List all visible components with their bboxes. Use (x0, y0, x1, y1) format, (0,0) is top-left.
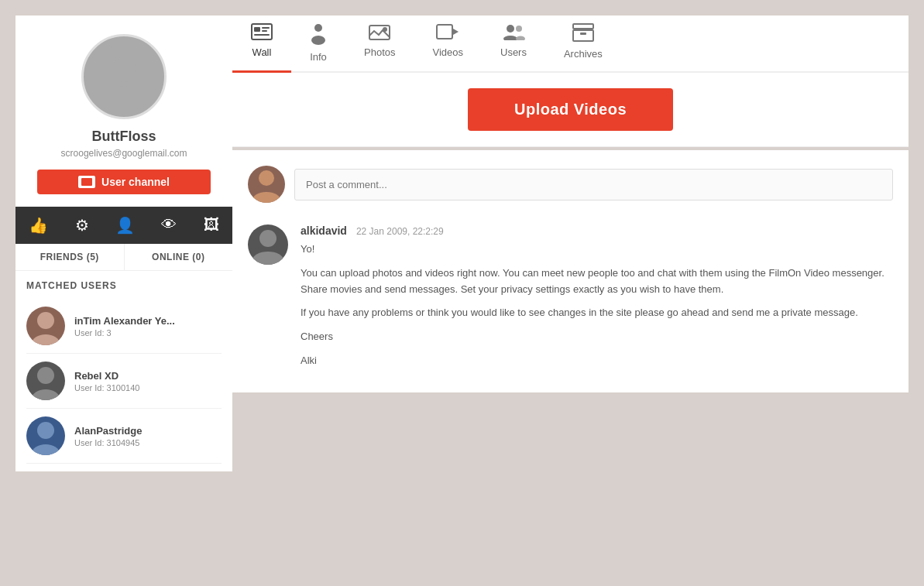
svg-point-16 (383, 27, 387, 32)
svg-point-27 (252, 192, 280, 203)
list-item[interactable]: Rebel XD User Id: 3100140 (26, 354, 222, 409)
online-tab[interactable]: ONLINE (0) (125, 244, 233, 270)
svg-point-6 (37, 422, 54, 439)
user-info: Rebel XD User Id: 3100140 (74, 370, 139, 392)
user-id: User Id: 3104945 (74, 438, 142, 447)
post-header: alkidavid 22 Jan 2009, 22:2:29 (301, 224, 893, 237)
friends-bar: FRIENDS (5) ONLINE (0) (15, 244, 232, 271)
avatar (81, 34, 167, 119)
tabs: Wall Info P (232, 15, 909, 73)
svg-point-0 (112, 58, 136, 83)
post-line-1: You can upload photos and videos right n… (301, 266, 893, 298)
matched-users-section: MATCHED USERS inTim Alexander Ye... User… (15, 271, 232, 464)
list-item[interactable]: AlanPastridge User Id: 3104945 (26, 409, 222, 464)
svg-point-22 (516, 36, 525, 41)
post-date: 22 Jan 2009, 22:2:29 (356, 226, 444, 237)
avatar (26, 307, 65, 345)
avatar (26, 416, 65, 455)
like-icon[interactable]: 👍 (22, 213, 54, 238)
tab-videos-label: Videos (432, 46, 463, 58)
user-name: Rebel XD (74, 370, 139, 382)
user-avatar-icon (26, 416, 65, 455)
user-id: User Id: 3 (74, 328, 175, 338)
videos-icon (436, 23, 459, 43)
users-icon (502, 23, 525, 43)
post-line-3: Cheers (301, 329, 893, 345)
tab-photos-label: Photos (364, 46, 395, 58)
tab-videos[interactable]: Videos (414, 15, 482, 73)
svg-rect-11 (262, 30, 267, 32)
info-icon (310, 23, 327, 48)
post-line-4: Alki (301, 353, 893, 369)
post-author-avatar (248, 224, 288, 265)
tab-users[interactable]: Users (482, 15, 545, 73)
user-id: User Id: 3100140 (74, 383, 139, 392)
user-avatar-icon (26, 307, 65, 345)
photos-icon (369, 23, 390, 43)
svg-marker-18 (453, 29, 459, 35)
tab-photos[interactable]: Photos (345, 15, 414, 73)
post: alkidavid 22 Jan 2009, 22:2:29 Yo! You c… (248, 224, 893, 377)
friends-tab[interactable]: FRIENDS (5) (15, 244, 125, 270)
commenter-avatar (248, 166, 285, 203)
settings-icon[interactable]: ⚙ (69, 213, 95, 238)
tab-info[interactable]: Info (291, 15, 345, 73)
sidebar: ButtFloss scroogelives@googlemail.com Us… (15, 15, 232, 471)
svg-rect-17 (437, 25, 452, 39)
svg-point-26 (259, 170, 274, 186)
svg-rect-23 (573, 24, 593, 29)
svg-point-29 (252, 252, 283, 265)
user-info: AlanPastridge User Id: 3104945 (74, 425, 142, 447)
main-content: Wall Info P (232, 15, 909, 392)
photo-icon[interactable]: 🖼 (198, 213, 225, 238)
svg-point-3 (32, 334, 60, 345)
svg-point-2 (37, 312, 54, 329)
svg-rect-24 (573, 30, 593, 41)
tab-wall-label: Wall (252, 46, 272, 58)
list-item[interactable]: inTim Alexander Ye... User Id: 3 (26, 299, 222, 354)
tab-info-label: Info (310, 51, 327, 63)
comment-input[interactable] (294, 169, 893, 200)
svg-point-5 (32, 389, 60, 400)
upload-videos-button[interactable]: Upload Videos (468, 88, 673, 131)
user-name: AlanPastridge (74, 425, 142, 437)
avatar (26, 362, 65, 400)
tab-archives[interactable]: Archives (545, 15, 621, 73)
wall-icon (251, 23, 273, 43)
svg-rect-9 (254, 27, 260, 32)
svg-rect-10 (262, 27, 270, 29)
user-email: scroogelives@googlemail.com (61, 148, 187, 159)
avatar-section: ButtFloss scroogelives@googlemail.com Us… (15, 15, 232, 207)
tab-wall[interactable]: Wall (232, 15, 291, 73)
user-avatar-icon (26, 362, 65, 400)
user-name: inTim Alexander Ye... (74, 315, 175, 327)
post-author: alkidavid (301, 224, 347, 237)
svg-point-1 (105, 86, 143, 104)
wall-section: alkidavid 22 Jan 2009, 22:2:29 Yo! You c… (232, 150, 909, 392)
post-line-2: If you have any problems or think you wo… (301, 305, 893, 321)
svg-rect-25 (580, 33, 586, 35)
upload-section: Upload Videos (232, 73, 909, 147)
tab-users-label: Users (500, 46, 527, 58)
action-bar: 👍 ⚙ 👤 👁 🖼 (15, 207, 232, 244)
tv-icon (78, 176, 95, 188)
comment-input-row (248, 166, 893, 203)
post-line-0: Yo! (301, 242, 893, 258)
user-channel-button[interactable]: User channel (37, 170, 210, 194)
add-friend-icon[interactable]: 👤 (109, 213, 141, 238)
tab-archives-label: Archives (564, 48, 603, 60)
post-content: alkidavid 22 Jan 2009, 22:2:29 Yo! You c… (301, 224, 893, 377)
svg-point-20 (503, 36, 517, 40)
svg-point-13 (314, 24, 322, 32)
svg-point-7 (32, 444, 60, 455)
post-body: Yo! You can upload photos and videos rig… (301, 242, 893, 369)
eye-icon[interactable]: 👁 (155, 213, 183, 238)
matched-users-title: MATCHED USERS (26, 280, 222, 291)
archives-icon (572, 23, 594, 45)
svg-point-4 (37, 367, 54, 384)
svg-point-21 (516, 26, 522, 32)
svg-rect-8 (252, 24, 272, 39)
username: ButtFloss (92, 129, 156, 145)
svg-rect-12 (254, 34, 270, 36)
svg-point-14 (311, 36, 325, 45)
